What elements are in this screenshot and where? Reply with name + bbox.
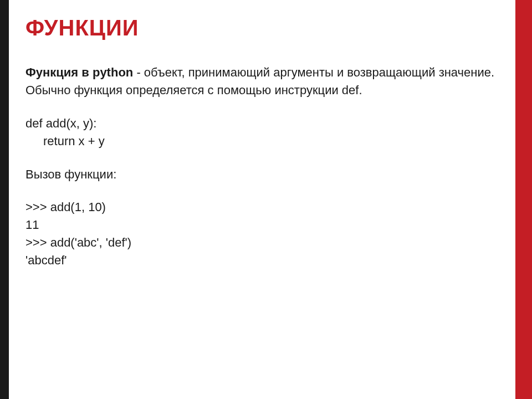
repl-out2: 'abcdef' — [25, 252, 503, 269]
sidebar-right-stripe — [515, 0, 532, 399]
call-label: Вызов функции: — [25, 166, 503, 183]
code-def-line: def add(x, y): — [25, 115, 503, 132]
slide-title: Функции — [25, 16, 503, 40]
spacer — [25, 183, 503, 198]
intro-line2: Обычно функция определяется с помощью ин… — [25, 81, 503, 99]
code-return-line: return x + y — [25, 132, 503, 150]
intro-bold-term: Функция в python — [25, 65, 133, 79]
repl-line1: >>> add(1, 10) — [25, 198, 503, 216]
intro-rest-text: - объект, принимающий аргументы и возвра… — [133, 65, 494, 79]
sidebar-left-stripe — [0, 0, 9, 399]
spacer — [25, 150, 503, 166]
repl-line2: >>> add('abc', 'def') — [25, 234, 503, 252]
repl-out1: 11 — [25, 216, 503, 234]
spacer — [25, 99, 503, 115]
intro-paragraph: Функция в python - объект, принимающий а… — [25, 64, 503, 81]
slide-content: Функции Функция в python - объект, прини… — [9, 0, 515, 399]
